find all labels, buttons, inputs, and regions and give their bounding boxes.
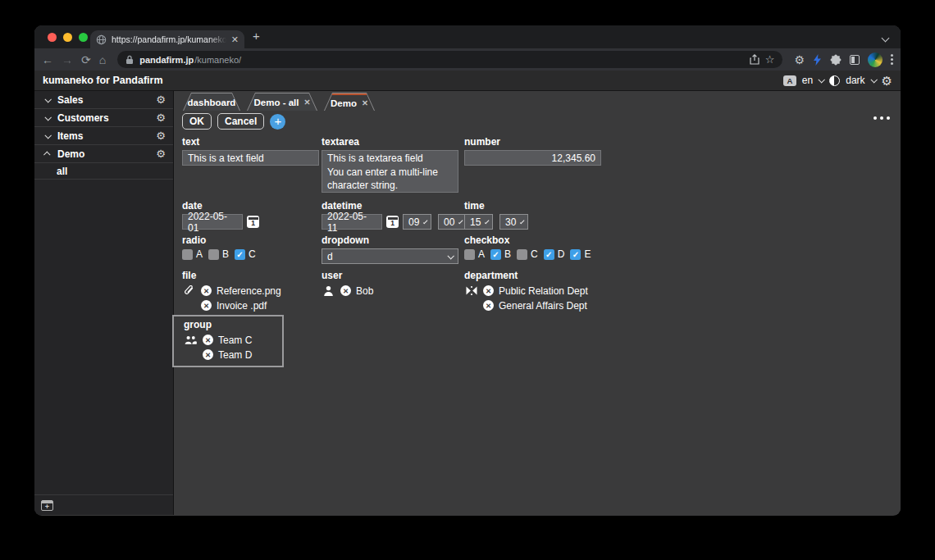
field-label: number [464,136,601,148]
gear-icon[interactable]: ⚙ [156,130,166,141]
radio-box-icon[interactable] [208,249,219,260]
close-icon[interactable] [304,98,311,107]
datetime-date-input[interactable]: 2022-05-11 [322,214,382,230]
radio-option[interactable]: A [182,248,203,260]
checkbox-icon[interactable] [517,249,527,260]
close-window-button[interactable] [48,33,57,42]
text-input[interactable]: This is a text field [182,150,319,166]
sidebar-item-label: Sales [57,94,83,106]
field-label: time [464,200,528,212]
tab-demo[interactable]: Demo [324,93,375,111]
browser-tab-strip: https://pandafirm.jp/kumaneko [34,25,901,48]
dropdown-select[interactable]: d [322,248,458,264]
checkbox-option[interactable]: A [464,248,485,260]
app-header: kumaneko for Pandafirm en dark ⚙ [34,71,901,91]
chevron-up-icon[interactable] [43,151,50,157]
checkbox-option[interactable]: B [490,248,511,260]
textarea-input[interactable]: This is a textarea field You can enter a… [322,150,458,193]
chevron-down-icon[interactable] [819,76,825,83]
sidebar-item-demo[interactable]: Demo ⚙ [34,145,173,163]
lightning-extension-icon[interactable] [813,54,822,66]
sidebar-item-label: Demo [57,148,84,160]
remove-icon[interactable] [201,300,212,311]
cancel-button[interactable]: Cancel [217,113,264,130]
checkbox-icon[interactable] [490,249,501,260]
datetime-minute-select[interactable]: 00 [438,214,467,230]
radio-option[interactable]: C [235,248,256,260]
checkbox-icon[interactable] [464,249,475,260]
chevron-down-icon[interactable] [44,96,51,102]
remove-icon[interactable] [203,335,213,345]
sidebar-subitem-all[interactable]: all [34,163,173,180]
chevron-down-icon[interactable] [44,114,51,121]
forward-button[interactable]: → [62,54,73,66]
calendar-icon[interactable] [247,216,259,228]
sidebar-item-items[interactable]: Items ⚙ [34,127,173,145]
reload-button[interactable]: ⟳ [81,54,91,66]
browser-tab[interactable]: https://pandafirm.jp/kumaneko [90,30,244,48]
time-hour-select[interactable]: 15 [464,214,493,230]
share-icon[interactable] [750,54,759,65]
tab-label: Demo [331,98,357,108]
sidebar-item-sales[interactable]: Sales ⚙ [34,91,173,109]
language-select[interactable]: en [802,75,813,86]
bookmark-star-icon[interactable]: ☆ [765,53,775,66]
checkbox-icon[interactable] [570,249,581,260]
checkbox-icon[interactable] [544,249,554,260]
number-input[interactable]: 12,345.60 [464,150,601,166]
new-app-window-icon[interactable] [41,500,53,511]
theme-select[interactable]: dark [846,75,864,86]
field-label: radio [182,234,262,246]
gear-icon[interactable]: ⚙ [156,94,166,105]
field-number: number 12,345.60 [464,136,601,166]
url-bar[interactable]: pandafirm.jp /kumaneko/ ☆ [117,51,782,68]
remove-icon[interactable] [483,285,494,296]
tab-dashboard[interactable]: dashboard [183,93,240,111]
app-body: Sales ⚙ Customers ⚙ Items ⚙ Demo ⚙ [34,91,901,515]
time-minute-select[interactable]: 30 [499,214,528,230]
profile-avatar[interactable] [868,52,883,67]
side-panel-icon[interactable] [850,55,860,65]
remove-icon[interactable] [483,300,494,311]
date-input[interactable]: 2022-05-01 [182,214,243,230]
chevron-down-icon[interactable] [44,132,51,139]
sidebar-item-label: Items [57,130,83,142]
department-item-label: General Affairs Dept [499,300,587,312]
url-path: /kumaneko/ [194,55,241,65]
close-tab-icon[interactable] [231,35,239,44]
radio-option[interactable]: B [208,248,229,260]
gear-icon[interactable]: ⚙ [156,112,166,123]
datetime-hour-select[interactable]: 09 [403,214,431,230]
remove-icon[interactable] [203,349,213,360]
browser-menu-icon[interactable] [891,54,893,65]
select-value: 30 [505,216,516,228]
extensions-puzzle-icon[interactable] [830,54,842,66]
minimize-window-button[interactable] [63,33,72,42]
maximize-window-button[interactable] [79,33,88,42]
more-options-icon[interactable] [873,116,890,120]
field-text: text This is a text field [182,136,319,166]
gear-icon[interactable]: ⚙ [156,148,166,159]
back-button[interactable]: ← [42,54,53,66]
radio-box-icon[interactable] [182,249,193,260]
home-button[interactable]: ⌂ [99,54,106,66]
new-tab-button[interactable] [253,29,260,43]
checkbox-option[interactable]: C [517,248,538,260]
sidebar-item-customers[interactable]: Customers ⚙ [34,109,173,127]
close-icon[interactable] [362,99,368,107]
remove-icon[interactable] [201,285,212,296]
remove-icon[interactable] [340,285,351,296]
radio-box-icon[interactable] [235,249,245,260]
settings-gear-icon[interactable]: ⚙ [882,75,892,87]
extension-gear-icon[interactable]: ⚙ [794,54,805,66]
checkbox-option[interactable]: E [570,248,591,260]
checkbox-option[interactable]: D [544,248,565,260]
tab-search-chevron-icon[interactable] [882,34,890,43]
tab-demo-all[interactable]: Demo - all [247,93,317,111]
add-button[interactable] [270,114,285,130]
tab-label: Demo - all [254,98,299,107]
ok-button[interactable]: OK [182,113,212,130]
checkbox-option-label: E [584,248,591,260]
calendar-icon[interactable] [386,216,399,228]
chevron-down-icon[interactable] [870,76,877,83]
